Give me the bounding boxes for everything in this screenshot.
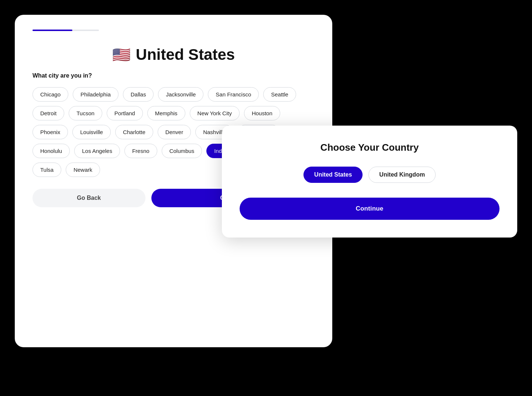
city-chip-detroit[interactable]: Detroit xyxy=(32,106,64,120)
modal-title: Choose Your Country xyxy=(240,142,500,153)
flag-icon: 🇺🇸 xyxy=(112,47,131,62)
country-options: United StatesUnited Kingdom xyxy=(240,167,500,183)
city-chip-houston[interactable]: Houston xyxy=(244,106,280,120)
country-title: United States xyxy=(136,46,235,64)
country-chip-united-kingdom[interactable]: United Kingdom xyxy=(368,167,436,183)
city-chip-fresno[interactable]: Fresno xyxy=(124,144,157,158)
city-chip-phoenix[interactable]: Phoenix xyxy=(32,125,68,139)
city-chip-dallas[interactable]: Dallas xyxy=(123,87,154,102)
city-chip-charlotte[interactable]: Charlotte xyxy=(115,125,153,139)
progress-bar xyxy=(32,30,99,31)
city-question: What city are you in? xyxy=(32,72,315,79)
city-chip-louisville[interactable]: Louisville xyxy=(72,125,111,139)
city-chip-chicago[interactable]: Chicago xyxy=(32,87,68,102)
city-chip-new-york-city[interactable]: New York City xyxy=(190,106,240,120)
city-chip-philadelphia[interactable]: Philadelphia xyxy=(73,87,119,102)
continue-button-modal[interactable]: Continue xyxy=(240,198,500,220)
city-chip-columbus[interactable]: Columbus xyxy=(162,144,202,158)
go-back-button[interactable]: Go Back xyxy=(32,189,145,207)
city-chip-tulsa[interactable]: Tulsa xyxy=(32,163,61,177)
country-modal: Choose Your Country United StatesUnited … xyxy=(222,126,517,238)
city-chip-newark[interactable]: Newark xyxy=(66,163,100,177)
city-chip-memphis[interactable]: Memphis xyxy=(147,106,185,120)
card-header: 🇺🇸 United States xyxy=(32,46,315,64)
city-chip-portland[interactable]: Portland xyxy=(107,106,143,120)
city-chip-honolulu[interactable]: Honolulu xyxy=(32,144,70,158)
city-chip-jacksonville[interactable]: Jacksonville xyxy=(158,87,203,102)
city-chip-denver[interactable]: Denver xyxy=(158,125,191,139)
city-chip-seattle[interactable]: Seattle xyxy=(263,87,296,102)
country-chip-united-states[interactable]: United States xyxy=(303,167,363,183)
city-chip-tucson[interactable]: Tucson xyxy=(69,106,102,120)
city-chip-los-angeles[interactable]: Los Angeles xyxy=(74,144,120,158)
city-chip-san-francisco[interactable]: San Francisco xyxy=(208,87,259,102)
progress-bar-fill xyxy=(32,30,72,31)
